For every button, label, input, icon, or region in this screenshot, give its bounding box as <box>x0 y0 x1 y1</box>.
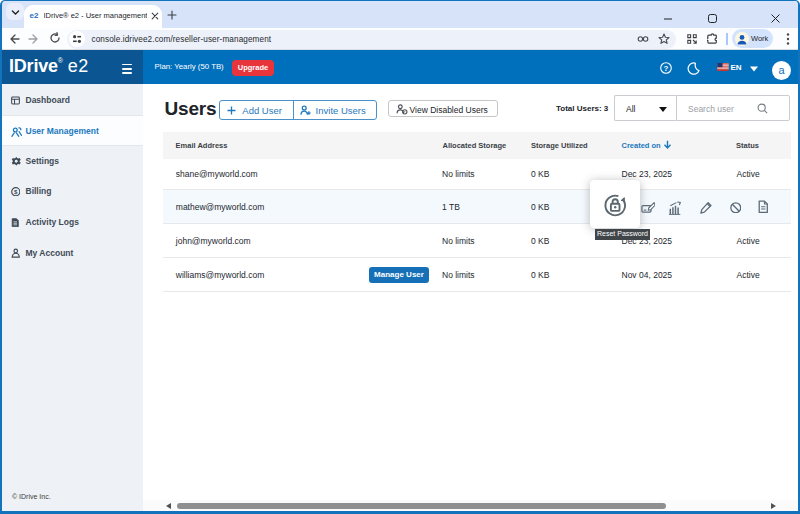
svg-text:$: $ <box>14 187 18 194</box>
svg-text:?: ? <box>664 64 669 73</box>
